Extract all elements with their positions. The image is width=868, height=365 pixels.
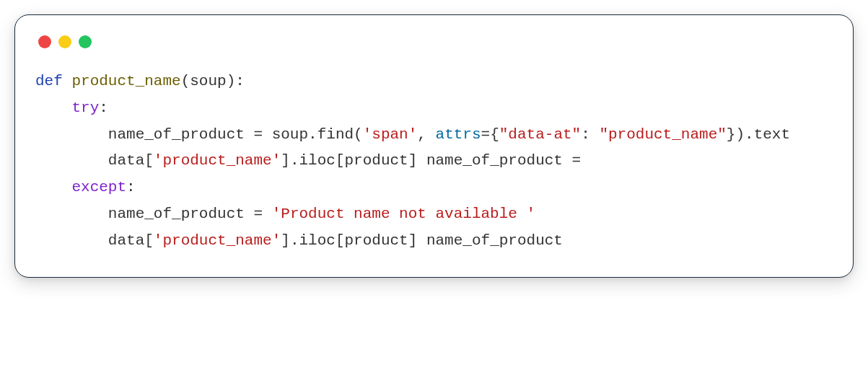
keyword-def: def [35,73,63,89]
string-literal: 'span' [363,126,418,143]
window-traffic-lights [38,35,833,48]
string-literal: 'Product name not available ' [272,206,535,222]
code-text [35,179,71,195]
maximize-icon [79,35,92,48]
code-card: def product_name(soup): try: name_of_pro… [14,14,854,278]
code-text: , [417,126,435,143]
string-literal: "product_name" [599,126,726,143]
function-name: product_name [71,73,180,89]
code-text: (soup): [181,73,245,89]
code-text: }).text [727,126,790,143]
code-text: name_of_product = [35,206,272,222]
code-text: data[ [35,232,154,249]
keyword-except: except [71,179,126,195]
code-text [63,73,72,89]
minimize-icon [58,35,71,48]
keyword-try: try [71,100,99,116]
code-text: : [99,100,108,116]
code-block: def product_name(soup): try: name_of_pro… [35,69,833,254]
code-text: ].iloc[product] name_of_product [281,232,563,249]
code-text: data[ [35,152,154,169]
string-literal: "data-at" [499,126,581,143]
string-literal: 'product_name' [154,152,281,169]
code-text: ].iloc[product] name_of_product = [281,152,589,169]
string-literal: 'product_name' [154,232,281,249]
code-text: : [126,179,136,195]
code-text: ={ [481,126,499,143]
code-text: name_of_product = soup.find( [35,126,363,143]
code-text: : [581,126,599,143]
kwarg-attrs: attrs [436,126,481,143]
code-text [35,100,71,116]
close-icon [38,35,51,48]
